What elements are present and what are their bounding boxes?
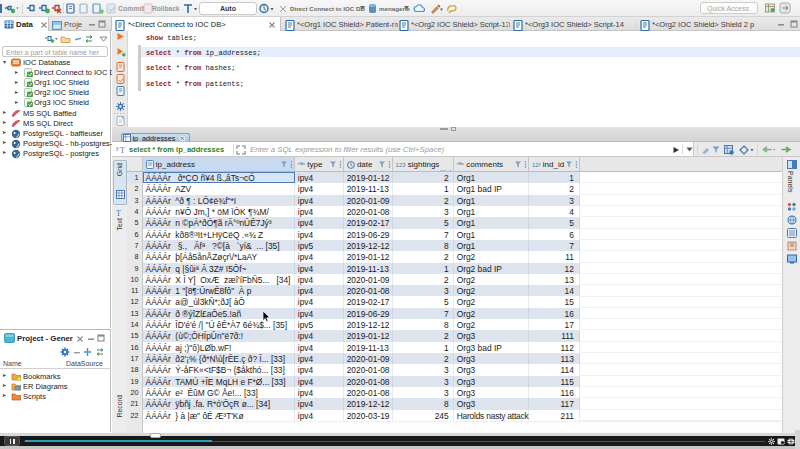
svg-text:T: T: [116, 209, 121, 217]
svg-text:T: T: [120, 146, 125, 154]
